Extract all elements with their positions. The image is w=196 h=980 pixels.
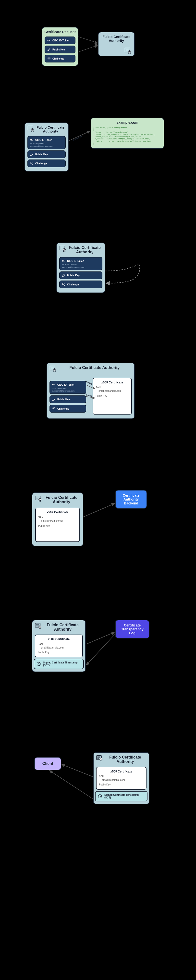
oidc-token-pill: OIDC ID Token iss: example.com sub: emai… [59,257,102,270]
pubkey-label: Public Key [57,398,70,401]
pen-icon [52,398,56,401]
sub-line: sub: email@example.com [30,145,53,147]
sub-line: sub: email@example.com [52,390,75,392]
shield-icon [30,161,34,165]
svg-line-16 [86,635,115,665]
svg-line-15 [86,632,115,644]
arrows-overlay [0,456,196,583]
pk-label: Public Key [99,783,143,786]
shield-icon [62,283,66,286]
san-value: email@example.com [38,646,80,649]
sub-line: sub: email@example.com [62,266,84,268]
pubkey-label: Public Key [53,48,65,51]
public-key-pill: Public Key [59,272,102,279]
section-1-cert-request: Certificate Request OIDC ID Token Public… [0,0,196,93]
fulcio-ca-card: Fulcio Certificate Authority OIDC ID Tok… [24,123,69,172]
x509-title: x509 Certificate [38,638,80,641]
pen-icon [47,48,51,51]
fca-title: Fulcio Certificate Authority [99,32,134,44]
pubkey-label: Public Key [67,274,80,277]
san-label: SAN [38,516,77,519]
section-4-embed-x509: Fulcio Certificate Authority OIDC ID Tok… [0,333,196,456]
san-value: email@example.com [99,779,143,781]
challenge-pill: Challenge [45,55,75,62]
sct-label: Signed Certificate Timestamp (SCT) [43,661,81,667]
pen-icon [62,274,66,277]
x509-title: x509 Certificate [99,770,143,773]
section-5-ca-backend: Fulcio Certificate Authority x509 Certif… [0,456,196,583]
san-label: SAN [38,643,80,646]
x509-card: x509 Certificate SAN email@example.com P… [35,635,83,657]
key-icon [47,38,51,42]
section-6-ct-log: Fulcio Certificate Authority x509 Certif… [0,583,196,720]
svg-line-17 [62,764,92,776]
oidc-token-pill: OIDC ID Token iss: example.com sub: emai… [49,381,86,394]
certificate-request-card: Certificate Request OIDC ID Token Public… [41,27,78,66]
oidc-label: OIDC ID Token [67,260,84,262]
challenge-pill: Challenge [27,159,66,167]
section-2-authorize: Fulcio Certificate Authority OIDC ID Tok… [0,93,196,211]
fulcio-ca-card: Fulcio Certificate Authority [98,32,135,56]
clock-icon [36,662,41,667]
pen-icon [30,153,34,156]
challenge-pill: Challenge [59,280,102,288]
ctl-title: Certificate Transparency Log [121,623,143,635]
oidc-label: OIDC ID Token [35,139,52,142]
x509-title: x509 Certificate [96,381,129,384]
public-key-pill: Public Key [27,150,66,158]
openid-code: /.well-known/openid-configuration { "iss… [91,126,164,147]
challenge-label: Challenge [35,162,47,165]
pk-label: Public Key [38,651,80,654]
fulcio-ca-card: Fulcio Certificate Authority x509 Certif… [32,492,83,546]
san-label: SAN [96,386,129,389]
svg-line-10 [78,45,97,52]
oidc-token-pill: OIDC ID Token [45,37,75,45]
ca-backend-card: Certificate Authority Backend [115,490,147,509]
cert-request-title: Certificate Request [42,27,78,35]
fulcio-ca-card: Fulcio Certificate Authority OIDC ID Tok… [56,243,105,293]
san-value: email@example.com [38,519,77,522]
x509-title: x509 Certificate [38,511,77,514]
shield-icon [47,57,51,60]
arrows-overlay [0,583,196,720]
pk-label: Public Key [96,395,129,398]
challenge-label: Challenge [57,407,69,410]
challenge-label: Challenge [53,57,64,60]
certificate-icon [59,245,67,252]
svg-line-8 [78,37,97,43]
sct-label: Signed Certificate Timestamp (SCT) [104,794,145,799]
ct-log-card: Certificate Transparency Log [115,620,150,638]
clock-icon [97,794,102,799]
client-title: Client [42,762,53,765]
challenge-pill: Challenge [49,405,86,412]
san-value: email@example.com [96,390,129,392]
sct-pill: Signed Certificate Timestamp (SCT) [34,659,84,669]
shield-icon [52,407,56,410]
cab-title: Certificate Authority Backend [123,493,139,505]
openid-config-card: example.com /.well-known/openid-configur… [91,118,164,149]
fulcio-ca-card: Fulcio Certificate Authority x509 Certif… [93,752,150,804]
public-key-pill: Public Key [49,395,86,403]
certificate-icon [34,622,42,629]
oidc-token-pill: OIDC ID Token iss: example.com sub: emai… [27,136,66,149]
iss-line: iss: example.com [62,263,77,266]
fulcio-ca-card: Fulcio Certificate Authority x509 Certif… [32,620,86,672]
oidc-label: OIDC ID Token [57,383,74,386]
certificate-icon [49,365,57,372]
public-key-pill: Public Key [45,46,75,53]
client-card: Client [34,757,61,770]
fulcio-ca-card: Fulcio Certificate Authority OIDC ID Tok… [46,363,135,419]
key-icon [30,138,34,142]
section-3-challenge-loop: Fulcio Certificate Authority OIDC ID Tok… [0,211,196,333]
san-label: SAN [99,775,143,778]
x509-card: x509 Certificate SAN email@example.com P… [96,767,147,790]
certificate-icon [96,755,104,762]
pubkey-label: Public Key [35,153,48,156]
certificate-icon [27,125,35,132]
pk-label: Public Key [38,525,77,527]
sct-pill: Signed Certificate Timestamp (SCT) [95,791,148,802]
certificate-icon [124,47,132,54]
svg-line-18 [49,770,92,799]
oidc-label: OIDC ID Token [53,39,69,42]
section-7-client: Client Fulcio Certificate Authority x509… [0,720,196,858]
